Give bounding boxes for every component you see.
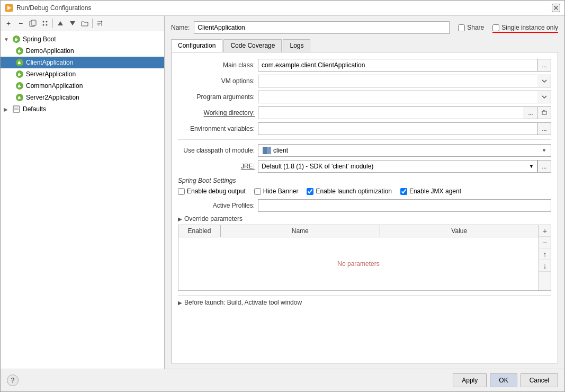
apply-button[interactable]: Apply — [453, 373, 487, 387]
before-launch-section: ▶ Before launch: Build, Activate tool wi… — [178, 295, 551, 306]
svg-marker-8 — [58, 21, 63, 25]
override-table: Enabled Name Value No parameters — [178, 225, 539, 291]
sort-button[interactable] — [94, 17, 106, 29]
run-debug-icon — [5, 4, 13, 12]
tab-content: Main class: ... VM options: — [171, 52, 558, 363]
tree-item-label-3: CommonApplication — [26, 82, 83, 90]
tab-configuration[interactable]: Configuration — [171, 39, 222, 52]
before-launch-label: Before launch: Build, Activate tool wind… — [184, 299, 302, 306]
classpath-label: Use classpath of module: — [178, 147, 255, 154]
move-up-button[interactable] — [55, 17, 66, 29]
name-label: Name: — [171, 24, 190, 31]
hide-banner-checkbox[interactable] — [254, 188, 261, 195]
module-icon — [263, 147, 271, 154]
tab-code-coverage[interactable]: Code Coverage — [223, 39, 282, 52]
working-dir-row: Working directory: ... — [178, 106, 551, 119]
override-chevron: ▶ — [178, 216, 182, 222]
bottom-bar: ? Apply OK Cancel — [1, 369, 564, 391]
env-vars-label: Environment variables: — [178, 125, 255, 132]
enable-launch-checkbox[interactable] — [307, 188, 313, 195]
active-profiles-input[interactable] — [258, 199, 551, 212]
program-args-label: Program arguments: — [178, 93, 255, 101]
spring-boot-group-header[interactable]: ▼ Spring Boot — [1, 33, 164, 45]
server2-app-icon — [15, 93, 24, 102]
help-button[interactable]: ? — [7, 375, 19, 386]
enable-debug-checkbox[interactable] — [178, 188, 185, 195]
left-panel-toolbar: + − — [1, 16, 164, 31]
working-dir-input[interactable] — [258, 106, 524, 119]
param-up-button[interactable]: ↑ — [539, 248, 551, 260]
env-vars-browse-button[interactable]: ... — [537, 122, 551, 135]
spring-boot-chevron: ▼ — [4, 37, 10, 42]
defaults-group: ▶ Defaults — [1, 103, 164, 115]
spring-boot-group-icon — [12, 35, 21, 43]
title-text: Run/Debug Configurations — [16, 4, 91, 12]
title-bar-left: Run/Debug Configurations — [5, 4, 91, 12]
jre-select[interactable]: Default (1.8 (1) - SDK of 'client' modul… — [258, 160, 537, 173]
env-vars-row: Environment variables: ... — [178, 122, 551, 135]
jre-value: Default (1.8 (1) - SDK of 'client' modul… — [262, 163, 373, 170]
program-args-input-group — [258, 91, 551, 103]
classpath-select[interactable]: client ▼ — [258, 144, 551, 157]
jre-browse-button[interactable]: ... — [537, 160, 551, 173]
spring-boot-checkboxes: Enable debug output Hide Banner — [178, 188, 551, 195]
folder-button[interactable] — [79, 17, 91, 29]
share-checkbox[interactable] — [458, 24, 465, 31]
tree-item-3[interactable]: CommonApplication — [1, 80, 164, 92]
program-args-input[interactable] — [258, 91, 537, 103]
before-launch-row[interactable]: ▶ Before launch: Build, Activate tool wi… — [178, 299, 551, 306]
tree-item-4[interactable]: Server2Application — [1, 92, 164, 103]
remove-param-button[interactable]: − — [539, 237, 551, 248]
tree-item-1[interactable]: ClientApplication — [1, 57, 164, 68]
override-parameters-title[interactable]: ▶ Override parameters — [178, 215, 551, 222]
svg-rect-3 — [31, 20, 36, 25]
close-button[interactable]: ✕ — [552, 4, 560, 12]
share-label: Share — [467, 24, 484, 31]
main-class-input[interactable] — [258, 59, 537, 72]
tree-item-label-0: DemoApplication — [26, 47, 74, 55]
jre-dropdown-icon: ▼ — [529, 164, 534, 169]
vm-options-input[interactable] — [258, 75, 537, 87]
title-bar: Run/Debug Configurations ✕ — [1, 1, 564, 16]
col-value: Value — [380, 225, 539, 237]
move-config-button[interactable] — [39, 17, 51, 29]
col-name: Name — [221, 225, 380, 237]
env-vars-input[interactable] — [258, 122, 537, 135]
name-input[interactable] — [194, 21, 450, 34]
move-down-button[interactable] — [67, 17, 78, 29]
enable-launch-label: Enable launch optimization — [316, 188, 391, 195]
copy-config-button[interactable] — [27, 17, 39, 29]
vm-options-input-group — [258, 75, 551, 87]
single-instance-checkbox[interactable] — [492, 24, 499, 31]
cancel-button[interactable]: Cancel — [521, 373, 558, 387]
working-dir-browse-button[interactable]: ... — [524, 106, 537, 119]
tree-item-label-1: ClientApplication — [26, 59, 73, 66]
main-class-browse-button[interactable]: ... — [537, 59, 551, 72]
program-args-expand-button[interactable] — [537, 91, 551, 103]
working-dir-input-group: ... — [258, 106, 551, 119]
tabs: Configuration Code Coverage Logs — [171, 39, 558, 52]
working-dir-expand-button[interactable] — [537, 106, 551, 119]
remove-config-button[interactable]: − — [15, 17, 26, 29]
enable-debug-label: Enable debug output — [187, 188, 246, 195]
tree-item-0[interactable]: DemoApplication — [1, 45, 164, 57]
defaults-icon — [12, 105, 21, 113]
jre-label: JRE: — [178, 163, 255, 170]
add-param-button[interactable]: + — [539, 225, 551, 237]
vm-options-expand-button[interactable] — [537, 75, 551, 87]
param-down-button[interactable]: ↓ — [539, 260, 551, 272]
hide-banner-label: Hide Banner — [263, 188, 299, 195]
defaults-group-header[interactable]: ▶ Defaults — [1, 103, 164, 115]
spring-boot-settings-title: Spring Boot Settings — [178, 177, 551, 184]
table-header: Enabled Name Value — [178, 225, 539, 237]
add-config-button[interactable]: + — [3, 17, 14, 29]
enable-jmx-checkbox[interactable] — [400, 188, 407, 195]
main-class-label: Main class: — [178, 61, 255, 69]
right-panel: Name: Share Single instance only Configu… — [165, 16, 564, 369]
ok-button[interactable]: OK — [490, 373, 517, 387]
defaults-chevron: ▶ — [4, 106, 10, 112]
window: Run/Debug Configurations ✕ + − — [0, 0, 565, 392]
tab-logs[interactable]: Logs — [283, 39, 310, 52]
vm-options-row: VM options: — [178, 75, 551, 87]
tree-item-2[interactable]: ServerApplication — [1, 68, 164, 80]
